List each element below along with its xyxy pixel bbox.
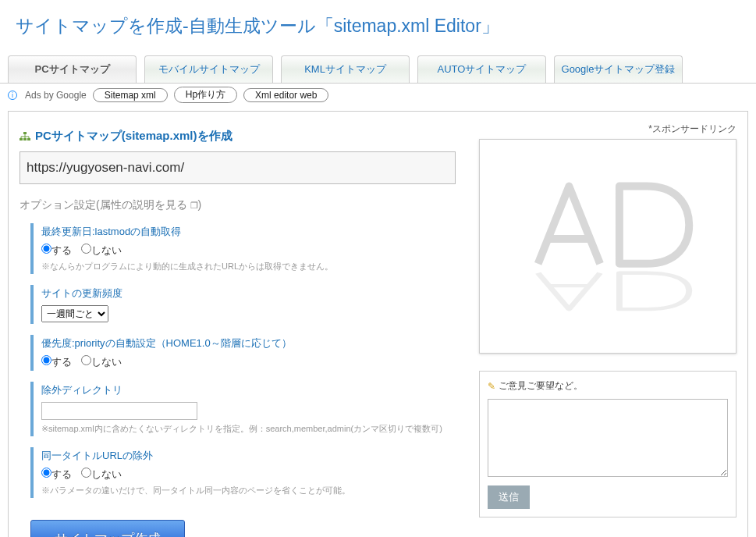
option-exclude: 除外ディレクトリ ※sitemap.xml内に含めたくないディレクトリを指定。例… <box>30 382 456 436</box>
pencil-icon: ✎ <box>488 381 495 392</box>
lastmod-yes-label[interactable]: する <box>41 244 72 256</box>
ad-placeholder <box>479 139 736 354</box>
tab-mobile-sitemap[interactable]: モバイルサイトマップ <box>144 55 273 83</box>
options-help-link[interactable]: 属性の説明を見る ❐ <box>100 198 198 211</box>
sametitle-yes-radio[interactable] <box>41 468 51 478</box>
frequency-select[interactable]: 一週間ごと <box>41 305 108 322</box>
lastmod-note: ※なんらかプログラムにより動的に生成されたURLからは取得できません。 <box>41 261 456 272</box>
create-sitemap-button[interactable]: サイトマップ作成 <box>30 520 185 537</box>
feedback-box: ✎ ご意見ご要望など。 送信 <box>479 371 736 517</box>
section-title: PCサイトマップ(sitemap.xml)を作成 <box>35 129 232 144</box>
option-sametitle: 同一タイトルURLの除外 する しない ※パラメータの違いだけで、同一タイトル同… <box>30 447 456 498</box>
option-frequency: サイトの更新頻度 一週間ごと <box>30 285 456 324</box>
feedback-title: ご意見ご要望など。 <box>499 379 583 393</box>
option-sametitle-title: 同一タイトルURLの除外 <box>41 449 456 463</box>
feedback-send-button[interactable]: 送信 <box>488 485 530 509</box>
sametitle-note: ※パラメータの違いだけで、同一タイトル同一内容のページを省くことが可能。 <box>41 485 456 496</box>
external-link-icon: ❐ <box>190 201 198 210</box>
tab-google-register[interactable]: Googleサイトマップ登録 <box>554 55 683 83</box>
svg-rect-1 <box>20 138 23 140</box>
sametitle-no-label[interactable]: しない <box>81 468 122 480</box>
info-icon: i <box>8 91 17 100</box>
url-input[interactable] <box>20 151 456 184</box>
sponsor-label: *スポンサードリンク <box>479 123 736 136</box>
option-priority: 優先度:priorityの自動設定（HOME1.0～階層に応じて） する しない <box>30 335 456 371</box>
option-exclude-title: 除外ディレクトリ <box>41 383 456 397</box>
tab-pc-sitemap[interactable]: PCサイトマップ <box>8 55 137 83</box>
lastmod-no-label[interactable]: しない <box>81 244 122 256</box>
lastmod-no-radio[interactable] <box>81 244 91 254</box>
svg-rect-3 <box>27 138 30 140</box>
sitemap-icon <box>20 132 30 141</box>
ad-pill-hp[interactable]: Hp作り方 <box>174 87 237 103</box>
svg-rect-0 <box>23 132 27 134</box>
sametitle-yes-label[interactable]: する <box>41 468 72 480</box>
tab-auto-sitemap[interactable]: AUTOサイトマップ <box>417 55 546 83</box>
priority-yes-label[interactable]: する <box>41 356 72 368</box>
exclude-note: ※sitemap.xml内に含めたくないディレクトリを指定。例：search,m… <box>41 423 456 435</box>
option-frequency-title: サイトの更新頻度 <box>41 286 456 301</box>
svg-rect-2 <box>23 138 27 140</box>
tab-bar: PCサイトマップ モバイルサイトマップ KMLサイトマップ AUTOサイトマップ… <box>0 55 756 83</box>
sametitle-no-radio[interactable] <box>81 468 91 478</box>
priority-yes-radio[interactable] <box>41 355 51 365</box>
ad-pill-sitemap-xml[interactable]: Sitemap xml <box>93 88 168 102</box>
priority-no-radio[interactable] <box>81 355 91 365</box>
page-title: サイトマップを作成-自動生成ツール「sitemap.xml Editor」 <box>16 14 740 38</box>
ad-pill-xml-editor[interactable]: Xml editor web <box>243 88 328 102</box>
priority-no-label[interactable]: しない <box>81 356 122 368</box>
ads-row: i Ads by Google Sitemap xml Hp作り方 Xml ed… <box>0 84 756 111</box>
option-lastmod: 最終更新日:lastmodの自動取得 する しない ※なんらかプログラムにより動… <box>30 223 456 274</box>
feedback-textarea[interactable] <box>488 399 728 477</box>
exclude-input[interactable] <box>41 402 197 420</box>
tab-kml-sitemap[interactable]: KMLサイトマップ <box>281 55 410 83</box>
ads-by-google-label: Ads by Google <box>25 90 87 101</box>
option-priority-title: 優先度:priorityの自動設定（HOME1.0～階層に応じて） <box>41 336 456 350</box>
lastmod-yes-radio[interactable] <box>41 244 51 254</box>
options-heading: オプション設定(属性の説明を見る ❐) <box>20 198 456 212</box>
option-lastmod-title: 最終更新日:lastmodの自動取得 <box>41 225 456 239</box>
